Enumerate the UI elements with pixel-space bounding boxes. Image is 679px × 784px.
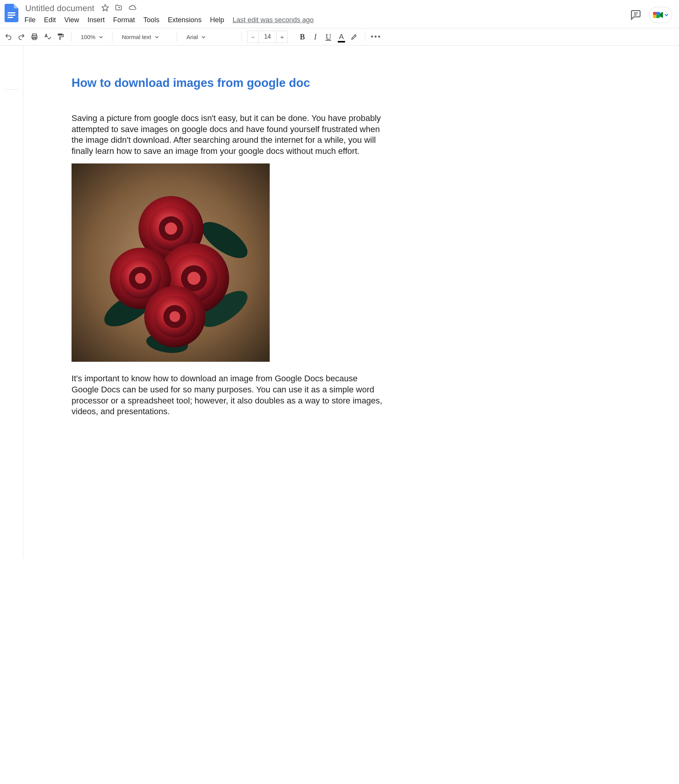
paint-format-button[interactable] [55,31,66,42]
svg-rect-9 [656,12,660,15]
docs-logo-icon[interactable] [4,3,19,23]
menu-view[interactable]: View [64,16,79,24]
undo-button[interactable] [3,31,14,42]
bold-button[interactable]: B [297,31,308,42]
menu-extensions[interactable]: Extensions [168,16,202,24]
divider [71,32,72,42]
svg-rect-1 [8,15,15,16]
text-color-label: A [339,33,344,41]
page-heading[interactable]: How to download images from google doc [72,76,652,90]
body-paragraph[interactable]: It's important to know how to download a… [72,373,385,417]
move-to-folder-icon[interactable] [114,4,123,13]
embedded-image[interactable] [72,163,270,362]
styles-value: Normal text [122,34,151,40]
document-title[interactable]: Untitled document [24,3,95,13]
menu-help[interactable]: Help [210,16,224,24]
toolbar: 100% Normal text Arial − 14 + B I U A ••… [0,28,679,46]
chevron-down-icon [99,34,103,40]
svg-point-34 [169,311,180,322]
menu-insert[interactable]: Insert [88,16,105,24]
divider [241,32,242,42]
more-tools-button[interactable]: ••• [371,31,381,42]
redo-button[interactable] [16,31,27,42]
spellcheck-button[interactable] [42,31,53,42]
comment-history-icon[interactable] [630,9,642,21]
divider [112,32,112,42]
menu-file[interactable]: File [24,16,36,24]
divider [177,32,177,42]
text-color-button[interactable]: A [336,31,347,42]
svg-rect-8 [653,12,656,15]
chevron-down-icon [155,34,159,40]
chevron-down-icon [664,11,668,18]
svg-rect-2 [8,17,13,18]
svg-rect-0 [8,12,15,13]
svg-point-22 [165,222,177,235]
menu-format[interactable]: Format [113,16,135,24]
svg-marker-3 [102,5,108,11]
font-size-value[interactable]: 14 [259,33,276,40]
menu-bar: File Edit View Insert Format Tools Exten… [24,14,314,28]
zoom-value: 100% [81,34,95,40]
menu-edit[interactable]: Edit [44,16,56,24]
svg-marker-10 [660,12,663,18]
underline-button[interactable]: U [323,31,334,42]
body-paragraph[interactable]: Saving a picture from google docs isn't … [72,113,385,157]
chevron-down-icon [202,34,205,40]
google-meet-button[interactable] [649,7,672,23]
zoom-dropdown[interactable]: 100% [77,34,107,40]
font-size-stepper: − 14 + [247,31,288,43]
font-size-increase-button[interactable]: + [276,31,287,42]
font-dropdown[interactable]: Arial [182,34,236,40]
workspace: How to download images from google doc S… [0,46,679,559]
italic-button[interactable]: I [310,31,321,42]
svg-point-30 [135,273,146,284]
svg-point-26 [187,272,200,285]
font-size-decrease-button[interactable]: − [248,31,259,42]
styles-dropdown[interactable]: Normal text [118,34,171,40]
print-button[interactable] [29,31,40,42]
outline-item[interactable] [5,76,18,90]
document-page[interactable]: How to download images from google doc S… [23,46,679,559]
star-icon[interactable] [101,4,109,13]
document-outline[interactable] [0,46,23,559]
menu-tools[interactable]: Tools [143,16,160,24]
roses-image-icon [72,163,270,362]
font-value: Arial [186,34,198,40]
highlight-color-button[interactable] [349,31,360,42]
cloud-status-icon[interactable] [128,4,137,13]
last-edit-link[interactable]: Last edit was seconds ago [233,16,314,24]
divider [365,32,365,42]
title-bar: Untitled document File Edit View Insert … [0,0,679,28]
outline-item[interactable] [5,90,18,103]
